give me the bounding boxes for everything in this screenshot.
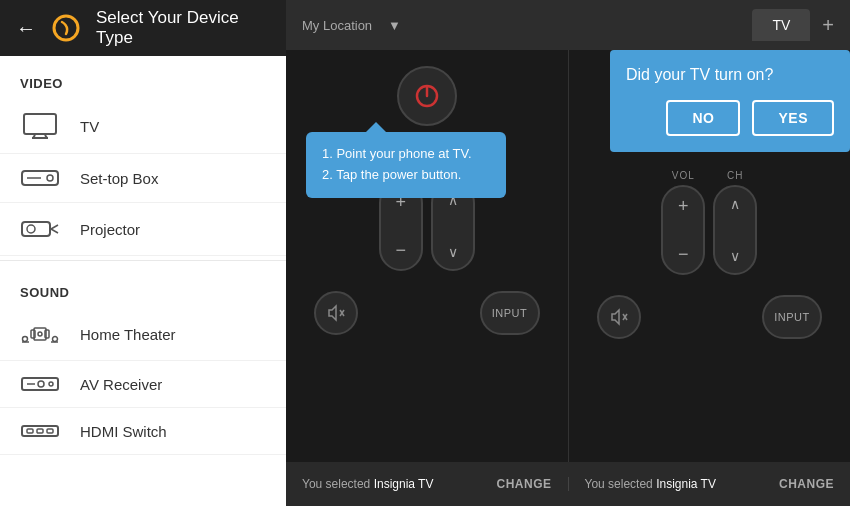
selected-text-2: You selected Insignia TV <box>585 477 716 491</box>
svg-point-9 <box>27 225 35 233</box>
svg-rect-12 <box>34 328 46 340</box>
selected-device-2: Insignia TV <box>656 477 716 491</box>
svg-rect-14 <box>45 330 49 338</box>
hometheater-icon <box>20 322 60 346</box>
hdmiswitch-icon <box>20 422 60 440</box>
device-item-hdmiswitch[interactable]: HDMI Switch <box>0 408 286 455</box>
power-button-1[interactable] <box>397 66 457 126</box>
vol-pill-2[interactable]: + − <box>661 185 705 275</box>
right-panel: My Location ▼ TV + TV 1. Point your phon… <box>286 0 850 506</box>
avreceiver-icon <box>20 375 60 393</box>
svg-rect-13 <box>31 330 35 338</box>
svg-point-23 <box>49 382 53 386</box>
dialog-no-button[interactable]: NO <box>666 100 740 136</box>
vol-control-2: VOL + − <box>661 170 705 275</box>
change-button-1[interactable]: CHANGE <box>496 477 551 491</box>
vol-label-2: VOL <box>672 170 695 181</box>
svg-rect-27 <box>47 429 53 433</box>
mute-button-2[interactable] <box>597 295 641 339</box>
ch-down-1: ∨ <box>448 245 458 259</box>
dialog-buttons: NO YES <box>626 100 834 136</box>
svg-point-22 <box>38 381 44 387</box>
svg-rect-8 <box>22 222 50 236</box>
tooltip-bubble: 1. Point your phone at TV. 2. Tap the po… <box>306 132 506 198</box>
dialog-title: Did your TV turn on? <box>626 66 834 84</box>
section-header-video: VIDEO <box>0 56 286 99</box>
device-item-projector[interactable]: Projector <box>0 203 286 256</box>
tooltip-line2: 2. Tap the power button. <box>322 165 490 186</box>
svg-line-10 <box>51 225 58 229</box>
device-item-hometheater[interactable]: Home Theater <box>0 308 286 361</box>
add-tab-button[interactable]: + <box>822 14 834 37</box>
input-label-2: INPUT <box>774 311 810 323</box>
ch-pill-2[interactable]: ∧ ∨ <box>713 185 757 275</box>
left-header: ← Select Your Device Type <box>0 0 286 56</box>
device-label-tv: TV <box>80 118 99 135</box>
section-header-sound: SOUND <box>0 265 286 308</box>
vol-down-2: − <box>678 245 689 263</box>
ch-label-2: CH <box>727 170 743 181</box>
bottom-section-2: You selected Insignia TV CHANGE <box>569 477 851 491</box>
ch-up-2: ∧ <box>730 197 740 211</box>
svg-point-15 <box>38 332 42 336</box>
device-item-tv[interactable]: TV <box>0 99 286 154</box>
svg-rect-1 <box>24 114 56 134</box>
page-title: Select Your Device Type <box>96 8 270 48</box>
svg-point-17 <box>23 337 28 342</box>
change-button-2[interactable]: CHANGE <box>779 477 834 491</box>
ch-control-2: CH ∧ ∨ <box>713 170 757 275</box>
device-list: VIDEO TV Set-top Box <box>0 56 286 506</box>
selected-prefix-1: You selected <box>302 477 374 491</box>
device-item-avreceiver[interactable]: AV Receiver <box>0 361 286 408</box>
device-label-projector: Projector <box>80 221 140 238</box>
ch-down-2: ∨ <box>730 249 740 263</box>
tv-icon <box>20 113 60 139</box>
bottom-controls-2: INPUT <box>577 287 843 347</box>
device-label-avreceiver: AV Receiver <box>80 376 162 393</box>
location-label: My Location <box>302 18 372 33</box>
svg-rect-25 <box>27 429 33 433</box>
dialog-yes-button[interactable]: YES <box>752 100 834 136</box>
peel-logo <box>52 14 80 42</box>
device-label-hometheater: Home Theater <box>80 326 176 343</box>
vol-up-2: + <box>678 197 689 215</box>
projector-icon <box>20 217 60 241</box>
input-button-1[interactable]: INPUT <box>480 291 540 335</box>
input-label-1: INPUT <box>492 307 528 319</box>
svg-point-19 <box>53 337 58 342</box>
vol-ch-2: VOL + − CH ∧ ∨ <box>661 170 757 275</box>
section-divider <box>0 260 286 261</box>
location-icon: ▼ <box>388 18 401 33</box>
bottom-controls-1: INPUT <box>294 283 560 343</box>
device-item-settop[interactable]: Set-top Box <box>0 154 286 203</box>
tooltip-line1: 1. Point your phone at TV. <box>322 144 490 165</box>
vol-down-1: − <box>395 241 406 259</box>
bottom-section-1: You selected Insignia TV CHANGE <box>286 477 569 491</box>
top-bar: My Location ▼ TV + <box>286 0 850 50</box>
bottom-bar: You selected Insignia TV CHANGE You sele… <box>286 462 850 506</box>
svg-line-11 <box>51 229 58 233</box>
remote-1: TV 1. Point your phone at TV. 2. Tap the… <box>286 50 568 462</box>
selected-device-1: Insignia TV <box>374 477 434 491</box>
left-panel: ← Select Your Device Type VIDEO TV <box>0 0 286 506</box>
mute-button-1[interactable] <box>314 291 358 335</box>
svg-rect-26 <box>37 429 43 433</box>
back-button[interactable]: ← <box>16 17 36 40</box>
device-label-hdmiswitch: HDMI Switch <box>80 423 167 440</box>
settop-icon <box>20 168 60 188</box>
selected-text-1: You selected Insignia TV <box>302 477 433 491</box>
device-label-settop: Set-top Box <box>80 170 158 187</box>
remote-area: TV 1. Point your phone at TV. 2. Tap the… <box>286 50 850 462</box>
selected-prefix-2: You selected <box>585 477 657 491</box>
dialog-box: Did your TV turn on? NO YES <box>610 50 850 152</box>
svg-point-6 <box>47 175 53 181</box>
tv-tab[interactable]: TV <box>752 9 810 41</box>
input-button-2[interactable]: INPUT <box>762 295 822 339</box>
